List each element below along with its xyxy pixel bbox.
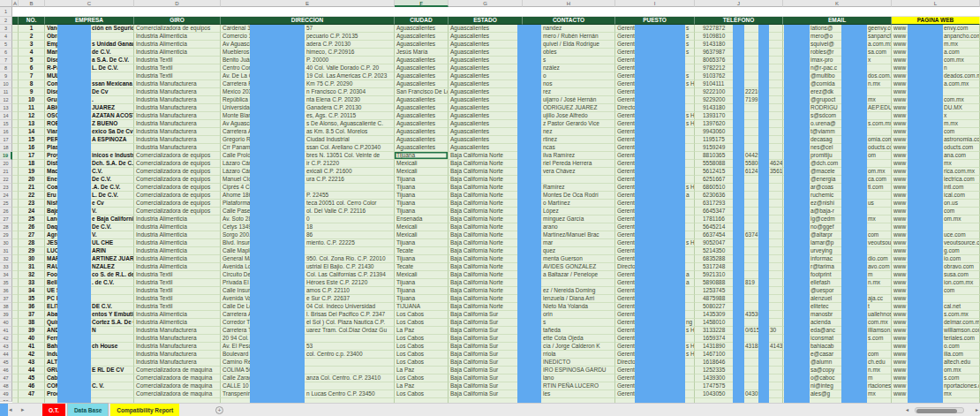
horizontal-scrollbar[interactable]: ◂ ▸ <box>906 406 978 414</box>
column-letter-A[interactable]: A <box>12 0 19 7</box>
cell-a[interactable] <box>12 208 19 216</box>
cell-no[interactable]: 26 <box>19 223 45 231</box>
cell-giro[interactable]: Industria Manufacturera <box>134 128 221 136</box>
cell-no[interactable]: 17 <box>19 152 45 160</box>
cell-ciudad[interactable]: San Francisco De Lo <box>395 88 449 96</box>
column-letter-F[interactable]: F <box>395 0 449 7</box>
cell-a[interactable] <box>12 176 19 184</box>
cell-giro[interactable]: Industria Manufacturera <box>134 343 221 351</box>
cell-ciudad[interactable]: Jesús María <box>395 49 449 57</box>
cell-ciudad[interactable]: La Paz <box>395 382 449 390</box>
cell-direccion[interactable]: Blvd. Insurgentemiento. C.P. 22225 <box>221 239 395 247</box>
cell-ciudad[interactable]: Mexicali <box>395 160 449 168</box>
cell-a[interactable] <box>12 382 19 390</box>
row-number-40[interactable]: 40 <box>0 319 12 327</box>
cell-direccion[interactable]: Lázaro Cárdenasexicali C.P. 21600 <box>221 168 395 176</box>
cell-no[interactable]: 10 <box>19 96 45 104</box>
row-number-37[interactable]: 37 <box>0 295 12 303</box>
cell-estado[interactable]: Baja California Norte <box>449 216 523 223</box>
cell-direccion[interactable]: Avenida Los Olivustrial El Bajio. C.P. 2… <box>221 263 395 271</box>
cell-no[interactable]: 28 <box>19 239 45 247</box>
cell-a[interactable] <box>12 128 19 136</box>
cell-a[interactable] <box>12 136 19 144</box>
cell-ciudad[interactable]: Aguascalientes <box>395 144 449 152</box>
cell-no[interactable]: 46 <box>19 382 45 390</box>
column-header-direccion[interactable]: DIRECCÍON <box>221 17 395 25</box>
cell-ciudad[interactable]: Tijuana <box>395 239 449 247</box>
row-number-48[interactable]: 48 <box>0 382 12 390</box>
cell-ciudad[interactable]: Aguascalientes <box>395 136 449 144</box>
cell-estado[interactable]: Baja California Norte <box>449 303 523 311</box>
empty-row-1[interactable] <box>12 7 980 17</box>
cell-giro[interactable]: Industria Manufacturera <box>134 351 221 359</box>
row-number-22[interactable]: 22 <box>0 176 12 184</box>
cell-estado[interactable]: Aguascalientes <box>449 64 523 72</box>
cell-a[interactable] <box>12 41 19 49</box>
row-number-8[interactable]: 8 <box>0 64 12 72</box>
cell-no[interactable]: 31 <box>19 263 45 271</box>
row-number-43[interactable]: 43 <box>0 343 12 351</box>
cell-ciudad[interactable]: Los Cabos <box>395 359 449 367</box>
cell-ciudad[interactable]: Mexicali <box>395 231 449 239</box>
cell-ciudad[interactable]: Los Cabos <box>395 335 449 343</box>
column-header-web[interactable]: PAGINA WEB <box>892 17 980 25</box>
cell-estado[interactable]: Aguascalientes <box>449 136 523 144</box>
cell-ciudad[interactable]: Ensenada <box>395 216 449 223</box>
cell-estado[interactable]: Aguascalientes <box>449 96 523 104</box>
cell-estado[interactable]: Baja California Sur <box>449 390 523 398</box>
row-number-46[interactable]: 46 <box>0 367 12 374</box>
cell-direccion[interactable]: Carretera Transpuarez Tram. Col.Diaz Ord… <box>221 327 395 335</box>
cell-giro[interactable]: Industria Manufacturera <box>134 359 221 367</box>
column-header-puesto[interactable]: PUESTO <box>615 17 695 25</box>
cell-a[interactable] <box>12 160 19 168</box>
cell-direccion[interactable]: Boulevard Mijarecol. Centro c.p. 23400 <box>221 351 395 359</box>
cell-estado[interactable]: Baja California Sur <box>449 374 523 382</box>
cell-direccion[interactable]: Manuel Clouthieura C.P. 22216 <box>221 176 395 184</box>
column-letter-J[interactable]: J <box>695 0 783 7</box>
cell-giro[interactable]: Industria Textil <box>134 279 221 287</box>
tabs-scroll-left-icon[interactable]: ◂ <box>9 406 12 413</box>
row-number-50[interactable]: 50 <box>0 398 12 402</box>
column-letter-L[interactable]: L <box>892 0 980 7</box>
cell-ciudad[interactable]: Aguascalientes <box>395 72 449 80</box>
cell-no[interactable]: 22 <box>19 192 45 200</box>
row-number-2[interactable]: 2 <box>0 17 12 25</box>
cell-estado[interactable]: Baja California Norte <box>449 295 523 303</box>
cell-estado[interactable]: Baja California Sur <box>449 311 523 319</box>
row-number-4[interactable]: 4 <box>0 33 12 41</box>
cell-giro[interactable]: Industria Alimenticia <box>134 231 221 239</box>
row-number-12[interactable]: 12 <box>0 96 12 104</box>
cell-a[interactable] <box>12 144 19 152</box>
cell-giro[interactable]: Industria Alimenticia <box>134 49 221 57</box>
cell-no[interactable]: 34 <box>19 287 45 295</box>
cell-no[interactable]: 27 <box>19 231 45 239</box>
cell-estado[interactable]: Aguascalientes <box>449 49 523 57</box>
cell-giro[interactable]: Comercializadora de equipos <box>134 208 221 216</box>
cell-estado[interactable]: Baja California Norte <box>449 263 523 271</box>
sheet-tab-data-base[interactable]: Data Base <box>68 404 108 416</box>
sheet-tab-compatibility-report[interactable]: Compatibility Report <box>110 404 179 416</box>
cell-direccion[interactable]: Lázaro Cárdenasir C.P. 21220 <box>221 160 395 168</box>
cell-no[interactable]: 13 <box>19 120 45 128</box>
cell-direccion[interactable]: Benito Juárez 108P. 20000 <box>221 57 395 64</box>
row-number-31[interactable]: 31 <box>0 247 12 255</box>
cell-no[interactable]: 6 <box>19 64 45 72</box>
column-header-a[interactable] <box>12 17 19 25</box>
cell-giro[interactable]: Comercializadora de equipos <box>134 25 221 33</box>
cell-no[interactable]: 15 <box>19 136 45 144</box>
cell-ciudad[interactable]: Aguascalientes <box>395 57 449 64</box>
cell-ciudad[interactable]: Aguascalientes <box>395 64 449 72</box>
row-number-44[interactable]: 44 <box>0 351 12 359</box>
cell-giro[interactable]: Comercializadora de maquina <box>134 390 221 398</box>
cell-estado[interactable]: Baja California Norte <box>449 192 523 200</box>
cell-estado[interactable]: Aguascalientes <box>449 33 523 41</box>
cell-no[interactable]: 35 <box>19 295 45 303</box>
cell-no[interactable]: 5 <box>19 57 45 64</box>
row-number-32[interactable]: 32 <box>0 255 12 263</box>
cell-ciudad[interactable]: Los Cabos <box>395 351 449 359</box>
cell-a[interactable] <box>12 64 19 72</box>
column-letter-G[interactable]: G <box>449 0 523 7</box>
row-number-3[interactable]: 3 <box>0 25 12 33</box>
cell-estado[interactable]: Aguascalientes <box>449 120 523 128</box>
row-number-30[interactable]: 30 <box>0 239 12 247</box>
